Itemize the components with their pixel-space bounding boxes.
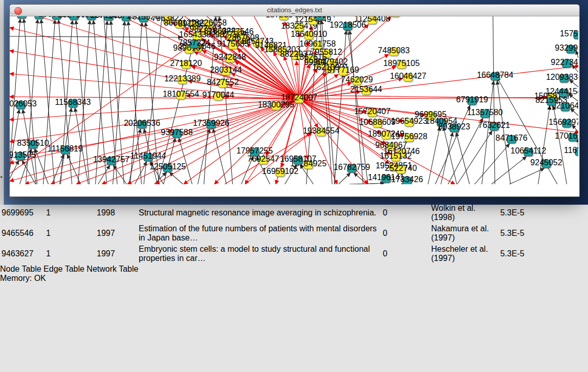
edge[interactable] xyxy=(339,173,351,184)
network-node[interactable]: 11357580 xyxy=(467,108,503,118)
svg-text:7857224: 7857224 xyxy=(178,38,210,47)
network-node[interactable]: 13942757 xyxy=(93,155,129,165)
tab-node-table[interactable]: Node Table xyxy=(0,265,41,273)
edge[interactable] xyxy=(456,133,470,184)
network-node[interactable]: 9777169 xyxy=(327,65,359,75)
svg-text:17359926: 17359926 xyxy=(193,119,229,127)
table-row[interactable]: 946362711997Embryonic stem cells: a mode… xyxy=(1,244,546,264)
network-node[interactable]: 2026053 xyxy=(10,99,37,109)
network-node[interactable]: 6791919 xyxy=(456,95,488,105)
table-row[interactable]: 969969511998Structural magnetic resonanc… xyxy=(1,203,546,223)
network-node[interactable]: 9329966 xyxy=(555,43,578,53)
network-node[interactable]: 3913505 xyxy=(10,150,36,160)
network-node[interactable]: 8350510 xyxy=(17,139,49,148)
network-graph[interactable]: 7963822866012389129551822605898275031654… xyxy=(10,5,578,184)
network-node[interactable]: 17957255 xyxy=(236,146,273,156)
edge[interactable] xyxy=(428,127,440,184)
edge[interactable] xyxy=(444,127,457,184)
table-tabs: Node Table Edge Table Network Table xyxy=(0,265,588,274)
network-node[interactable]: 11156819 xyxy=(48,144,83,154)
network-node[interactable]: 7857224 xyxy=(178,38,210,48)
network-node[interactable]: 17359926 xyxy=(193,119,229,128)
svg-text:11568343: 11568343 xyxy=(55,98,91,106)
network-node[interactable]: 19218506 xyxy=(330,20,366,30)
svg-text:9242848: 9242848 xyxy=(214,53,246,61)
network-view-canvas[interactable]: 7963822866012389129551822605898275031654… xyxy=(10,5,579,186)
network-node[interactable]: 15720407 xyxy=(354,107,390,117)
app-screen: ◂ citations_edges.txt 796382286601238912… xyxy=(0,0,588,372)
svg-text:13942757: 13942757 xyxy=(93,155,129,164)
network-node[interactable]: 8215953 xyxy=(535,96,567,105)
network-node[interactable]: 17016504 xyxy=(555,132,578,141)
network-node[interactable]: 20206536 xyxy=(124,119,160,128)
network-node[interactable]: 9397588 xyxy=(161,128,192,138)
svg-text:19756928: 19756928 xyxy=(391,132,427,141)
svg-text:12505125: 12505125 xyxy=(149,162,186,171)
edge[interactable] xyxy=(68,155,81,184)
network-node[interactable]: 12213389 xyxy=(164,74,201,84)
network-node[interactable]: 19384554 xyxy=(303,126,339,136)
network-node[interactable]: 16046427 xyxy=(390,72,426,81)
network-node[interactable]: 18640910 xyxy=(291,30,327,39)
edge[interactable] xyxy=(493,5,495,184)
svg-text:2153644: 2153644 xyxy=(350,85,382,94)
edge[interactable] xyxy=(10,99,299,120)
network-node[interactable]: 2803144 xyxy=(210,65,242,75)
network-node[interactable]: 2153644 xyxy=(350,85,382,95)
cell: Wolkin et al. (1998) xyxy=(422,203,498,223)
network-node[interactable]: 2718120 xyxy=(170,59,202,69)
network-node[interactable]: 18107554 xyxy=(163,90,199,99)
collapse-panel-arrow-icon[interactable]: ◂ xyxy=(0,175,2,179)
edge[interactable] xyxy=(295,95,543,98)
network-node[interactable]: 7632621 xyxy=(478,121,510,130)
network-node[interactable]: 19756928 xyxy=(391,132,427,142)
edge[interactable] xyxy=(497,81,511,184)
network-node[interactable]: 11451944 xyxy=(130,151,166,161)
network-node[interactable]: 10688609 xyxy=(359,118,396,127)
edge[interactable] xyxy=(114,165,127,184)
network-node[interactable]: 16959102 xyxy=(262,167,298,177)
tab-edge-table[interactable]: Edge Table xyxy=(43,265,84,273)
window-titlebar[interactable]: citations_edges.txt xyxy=(10,5,579,16)
edge[interactable] xyxy=(23,161,36,184)
network-node[interactable]: 12505125 xyxy=(149,162,186,172)
network-node[interactable]: 16648784 xyxy=(477,71,513,80)
edge[interactable] xyxy=(41,19,55,184)
network-node[interactable]: 8471676 xyxy=(495,134,527,143)
network-node[interactable]: 10654112 xyxy=(511,146,547,156)
network-node[interactable]: 18975105 xyxy=(383,59,420,69)
svg-text:2026053: 2026053 xyxy=(10,99,37,108)
network-node[interactable]: 2522740 xyxy=(385,164,417,173)
svg-text:12213389: 12213389 xyxy=(164,74,201,83)
cell: 5.3E-5 xyxy=(499,244,546,264)
edge[interactable] xyxy=(213,129,227,184)
edge[interactable] xyxy=(43,20,55,184)
network-node[interactable]: 16782759 xyxy=(334,163,370,172)
network-node[interactable]: 7462029 xyxy=(341,75,373,85)
svg-text:19218506: 19218506 xyxy=(330,20,366,29)
network-node[interactable]: 9170044 xyxy=(202,91,234,100)
network-node-hub[interactable]: 18724007 xyxy=(281,93,317,103)
network-node[interactable]: 15692971 xyxy=(549,118,578,127)
network-node[interactable]: 1167533 xyxy=(564,146,578,156)
network-node[interactable]: 12093832 xyxy=(546,73,578,82)
network-node[interactable]: 1615132 xyxy=(380,151,411,161)
desktop-background: ◂ citations_edges.txt 796382286601238912… xyxy=(0,0,588,205)
tab-network-table[interactable]: Network Table xyxy=(86,265,138,273)
edge[interactable] xyxy=(299,99,318,128)
edge[interactable] xyxy=(10,36,182,37)
network-node[interactable]: 1733426 xyxy=(391,175,423,184)
network-node[interactable]: 8427552 xyxy=(207,78,238,87)
edge[interactable] xyxy=(179,138,192,184)
table-row[interactable]: 946554611997Estimation of the future num… xyxy=(1,224,546,243)
network-node[interactable]: 11568343 xyxy=(55,98,91,107)
network-node[interactable]: 9242848 xyxy=(214,53,246,62)
network-node[interactable]: 7485083 xyxy=(378,46,409,56)
svg-text:11156819: 11156819 xyxy=(48,144,83,153)
network-node[interactable]: 9245052 xyxy=(530,158,562,168)
edge[interactable] xyxy=(170,172,183,184)
network-node[interactable]: 8938923 xyxy=(438,122,470,132)
network-node[interactable]: 16958107 xyxy=(280,155,316,164)
network-node[interactable]: 9227343 xyxy=(551,58,578,68)
network-node[interactable]: 15751074 xyxy=(560,29,578,39)
